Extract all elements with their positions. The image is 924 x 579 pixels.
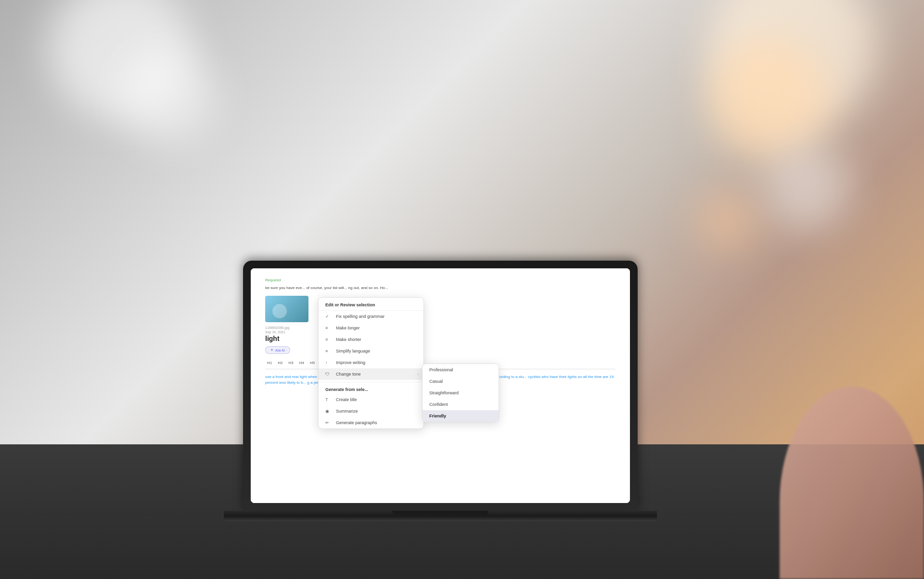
summarize-icon: ◉ (325, 409, 332, 414)
menu-divider (319, 382, 424, 382)
laptop-screen: Required be sure you have eve... of cour… (251, 268, 630, 503)
menu-item-make-shorter-label: Make shorter (336, 337, 361, 342)
menu-item-create-title[interactable]: T Create title (319, 394, 424, 405)
lines-icon-shorter: ≡ (325, 337, 332, 342)
toolbar-h3[interactable]: H3 (286, 360, 295, 366)
menu-item-simplify-label: Simplify language (336, 349, 370, 353)
bokeh-blur-5 (765, 144, 852, 231)
generate-icon: ✏ (325, 420, 332, 425)
required-badge: Required (265, 278, 616, 282)
toolbar-h2[interactable]: H2 (276, 360, 284, 366)
generate-section-header: Generate from sele... (319, 384, 424, 394)
tone-professional-label: Professional (429, 367, 453, 372)
menu-item-change-tone[interactable]: 🛡 Change tone › Professional Casual (319, 368, 424, 380)
shield-icon: 🛡 (325, 372, 332, 377)
lines-icon-longer: ≡ (325, 326, 332, 330)
context-menu: Edit or Review selection ✓ Fix spelling … (318, 297, 424, 429)
ask-ai-label: Ask AI (275, 349, 285, 352)
tone-casual-label: Casual (429, 379, 443, 384)
ask-ai-bar[interactable]: ✦ Ask AI (265, 346, 290, 354)
tone-confident-label: Confident (429, 402, 448, 407)
laptop: Required be sure you have eve... of cour… (224, 261, 657, 521)
menu-item-generate-paragraphs[interactable]: ✏ Generate paragraphs (319, 417, 424, 428)
laptop-hinge (392, 511, 488, 515)
bokeh-blur-6 (698, 192, 756, 250)
editor-paragraph: be sure you have eve... of course, your … (265, 285, 616, 291)
title-icon: T (325, 397, 332, 402)
tone-friendly-label: Friendly (429, 414, 446, 418)
checkmark-icon: ✓ (325, 314, 332, 319)
tone-casual[interactable]: Casual (423, 376, 499, 387)
tone-straightforward-label: Straightforward (429, 390, 459, 395)
menu-item-improve-writing-label: Improve writing (336, 360, 365, 365)
bokeh-blur-2 (120, 48, 217, 144)
menu-item-create-title-label: Create title (336, 397, 357, 402)
menu-item-fix-spelling-label: Fix spelling and grammar (336, 314, 385, 319)
improve-icon: ↑ (325, 360, 332, 365)
chevron-right-icon: › (417, 372, 419, 377)
menu-item-improve-writing[interactable]: ↑ Improve writing (319, 357, 424, 368)
menu-item-generate-paragraphs-label: Generate paragraphs (336, 420, 377, 425)
menu-item-summarize[interactable]: ◉ Summarize (319, 405, 424, 417)
tone-friendly[interactable]: Friendly (423, 410, 499, 422)
toolbar-h4[interactable]: H4 (297, 360, 306, 366)
menu-item-make-longer[interactable]: ≡ Make longer (319, 322, 424, 334)
screen-content: Required be sure you have eve... of cour… (251, 268, 630, 503)
menu-item-change-tone-label: Change tone (336, 372, 361, 377)
menu-item-make-shorter[interactable]: ≡ Make shorter (319, 334, 424, 345)
tone-professional[interactable]: Professional (423, 364, 499, 376)
context-menu-header: Edit or Review selection (319, 298, 424, 311)
simplify-icon: ≡ (325, 349, 332, 353)
menu-item-summarize-label: Summarize (336, 409, 358, 414)
tone-confident[interactable]: Confident (423, 399, 499, 410)
ask-ai-icon: ✦ (270, 348, 273, 352)
bokeh-blur-4 (707, 38, 828, 159)
tone-straightforward[interactable]: Straightforward (423, 387, 499, 399)
menu-item-make-longer-label: Make longer (336, 326, 360, 330)
toolbar-h5[interactable]: H5 (308, 360, 317, 366)
tone-submenu: Professional Casual Straightforward Conf… (422, 364, 499, 422)
content-image (265, 296, 308, 322)
toolbar-h1[interactable]: H1 (265, 360, 274, 366)
menu-item-fix-spelling[interactable]: ✓ Fix spelling and grammar (319, 311, 424, 322)
menu-item-simplify[interactable]: ≡ Simplify language (319, 345, 424, 357)
laptop-bezel: Required be sure you have eve... of cour… (243, 261, 638, 511)
laptop-base (224, 511, 657, 521)
